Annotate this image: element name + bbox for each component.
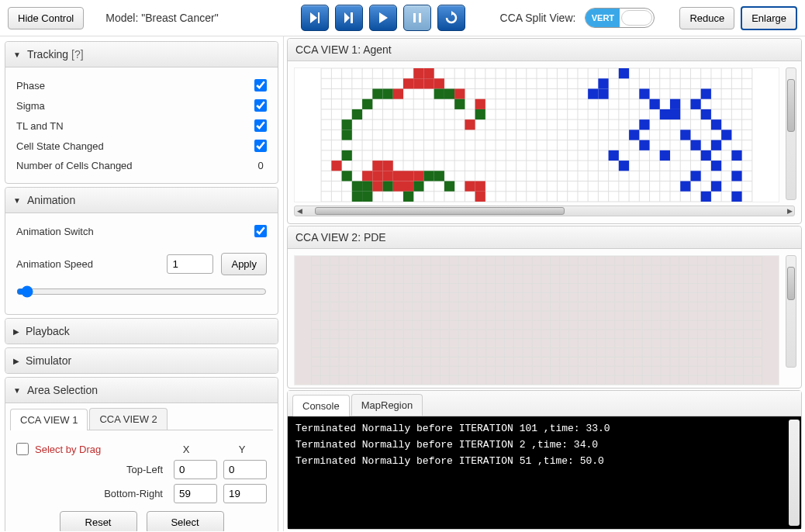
- console-vscroll[interactable]: [789, 420, 800, 526]
- tracking-help[interactable]: [?]: [71, 48, 84, 60]
- svg-rect-105: [444, 181, 454, 192]
- apply-button[interactable]: Apply: [221, 253, 267, 275]
- bottom-right-y-input[interactable]: [223, 484, 267, 503]
- select-button[interactable]: Select: [147, 511, 224, 531]
- tab-mapregion[interactable]: MapRegion: [351, 394, 423, 416]
- tab-cca-view-2[interactable]: CCA VIEW 2: [89, 408, 167, 430]
- cells-changed-value: 0: [254, 160, 267, 171]
- tab-cca-view-1[interactable]: CCA VIEW 1: [10, 409, 88, 430]
- reload-button[interactable]: [437, 5, 465, 31]
- svg-rect-77: [362, 99, 372, 109]
- tracking-header[interactable]: ▼ Tracking [?]: [5, 42, 278, 67]
- svg-rect-85: [342, 150, 352, 161]
- svg-rect-82: [342, 119, 352, 130]
- svg-rect-143: [731, 192, 741, 202]
- step-forward-button[interactable]: [301, 5, 329, 31]
- area-selection-panel: ▼ Area Selection CCA VIEW 1 CCA VIEW 2 S…: [5, 377, 278, 531]
- split-view-label: CCA Split View:: [500, 12, 576, 24]
- split-view-toggle[interactable]: VERT: [585, 8, 655, 28]
- animation-title: Animation: [27, 194, 75, 206]
- animation-header[interactable]: ▼ Animation: [5, 188, 278, 213]
- svg-rect-125: [711, 119, 721, 130]
- console-panel: Console MapRegion Terminated Normally be…: [287, 390, 802, 530]
- svg-rect-90: [362, 171, 372, 181]
- svg-rect-6: [419, 13, 421, 22]
- tracking-title: Tracking: [27, 48, 68, 60]
- agent-grid[interactable]: [294, 67, 779, 202]
- svg-rect-118: [650, 99, 660, 109]
- hide-control-button[interactable]: Hide Control: [8, 7, 84, 29]
- svg-rect-113: [598, 78, 608, 88]
- svg-rect-117: [701, 88, 711, 98]
- tracking-item-checkbox[interactable]: [254, 119, 267, 132]
- reset-button[interactable]: Reset: [60, 511, 137, 531]
- console-output[interactable]: Terminated Normally before ITERATION 101…: [288, 416, 801, 529]
- area-selection-header[interactable]: ▼ Area Selection: [5, 378, 278, 403]
- svg-rect-84: [342, 130, 352, 140]
- toggle-vert-label: VERT: [586, 9, 620, 27]
- svg-rect-109: [362, 192, 372, 202]
- tracking-item-label: TL and TN: [16, 120, 254, 132]
- tab-console[interactable]: Console: [292, 395, 350, 416]
- svg-rect-139: [731, 171, 741, 181]
- svg-rect-122: [670, 109, 680, 119]
- pde-grid[interactable]: [294, 255, 779, 385]
- svg-rect-140: [680, 181, 690, 192]
- svg-rect-93: [393, 171, 403, 181]
- svg-rect-123: [701, 109, 711, 119]
- animation-switch-label: Animation Switch: [16, 226, 254, 237]
- tracking-item-checkbox[interactable]: [254, 99, 267, 112]
- svg-rect-87: [372, 161, 382, 171]
- view2-vscroll[interactable]: [786, 255, 796, 368]
- svg-rect-91: [372, 171, 382, 181]
- svg-rect-72: [383, 88, 393, 98]
- content-area: CCA VIEW 1: Agent ◀▶ CCA VIEW 2: PDE ◀▶: [284, 36, 805, 531]
- play-button[interactable]: [369, 5, 397, 31]
- svg-rect-101: [383, 181, 393, 192]
- svg-rect-106: [465, 181, 475, 192]
- animation-speed-input[interactable]: [167, 254, 213, 274]
- simulator-panel: ▶ Simulator: [5, 347, 278, 374]
- cells-changed-label: Number of Cells Changed: [16, 160, 254, 171]
- svg-rect-3: [351, 12, 353, 23]
- animation-switch-checkbox[interactable]: [254, 225, 267, 237]
- top-left-x-input[interactable]: [174, 460, 217, 479]
- pause-button[interactable]: [403, 5, 431, 31]
- svg-rect-104: [413, 181, 423, 192]
- sidebar: ▼ Tracking [?] PhaseSigmaTL and TNCell S…: [0, 36, 284, 531]
- cca-view-1-panel: CCA VIEW 1: Agent ◀▶: [287, 38, 802, 224]
- svg-rect-134: [701, 150, 711, 161]
- bottom-right-label: Bottom-Right: [16, 488, 168, 499]
- tracking-item-checkbox[interactable]: [254, 79, 267, 92]
- cca-view-2-title: CCA VIEW 2: PDE: [288, 226, 801, 249]
- svg-rect-74: [434, 88, 444, 98]
- svg-marker-4: [379, 12, 388, 23]
- svg-rect-89: [342, 171, 352, 181]
- svg-rect-96: [423, 171, 434, 181]
- reduce-button[interactable]: Reduce: [679, 7, 734, 29]
- chevron-down-icon: ▼: [13, 50, 21, 59]
- svg-rect-81: [475, 109, 485, 119]
- model-label: Model: "Breast Cancer": [105, 12, 218, 24]
- playback-header[interactable]: ▶ Playback: [5, 319, 278, 344]
- tracking-item-checkbox[interactable]: [254, 140, 267, 152]
- svg-rect-127: [680, 130, 690, 140]
- animation-speed-slider[interactable]: [16, 285, 267, 298]
- chevron-down-icon: ▼: [13, 196, 21, 205]
- animation-speed-label: Animation Speed: [16, 258, 159, 270]
- svg-rect-80: [352, 109, 362, 119]
- console-line: Terminated Normally before ITERATION 101…: [295, 421, 793, 437]
- view1-hscroll[interactable]: ◀▶: [294, 206, 795, 216]
- svg-rect-138: [690, 171, 700, 181]
- select-by-drag-checkbox[interactable]: [16, 443, 29, 455]
- top-left-y-input[interactable]: [223, 460, 267, 479]
- enlarge-button[interactable]: Enlarge: [741, 6, 797, 30]
- simulator-header[interactable]: ▶ Simulator: [5, 348, 278, 373]
- skip-forward-button[interactable]: [335, 5, 363, 31]
- area-selection-title: Area Selection: [27, 384, 98, 396]
- svg-rect-1: [318, 12, 320, 23]
- svg-rect-79: [475, 99, 485, 109]
- view1-vscroll[interactable]: [786, 67, 796, 200]
- bottom-right-x-input[interactable]: [174, 484, 217, 503]
- tracking-item-label: Cell State Changed: [16, 140, 254, 152]
